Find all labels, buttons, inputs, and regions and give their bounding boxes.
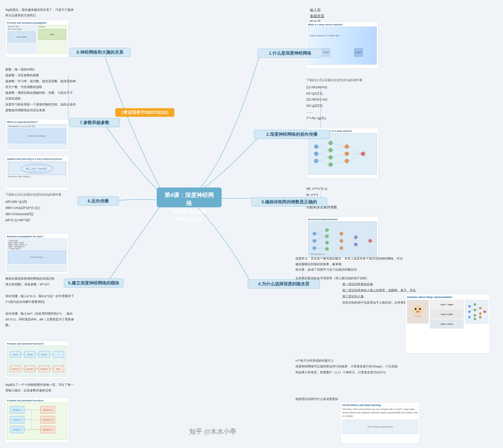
circuit-theory-label: 电路理论说明为什么多深度更好 (296, 397, 338, 401)
b2-formula: 下面的公式以后最好还是结合Ng的课件看 Z1=W1A0+b1 A1=g1(Z1)… (306, 78, 362, 121)
svg-point-43 (354, 235, 358, 239)
branch-1-label: 1.什么是深度神经网络 (258, 49, 322, 58)
svg-point-60 (474, 314, 476, 316)
author-text: （李治写作于03/07/2018） (119, 110, 171, 115)
svg-text:forward: forward (27, 354, 32, 355)
b7-card2: Applied deep learning is a very empirica… (5, 156, 68, 190)
svg-line-71 (482, 308, 484, 312)
circuit-card-text: Informally: There are functions you can … (342, 408, 418, 418)
b5-card2: Forward and backward functions Forward l… (5, 398, 68, 443)
svg-text:Forward l=L: Forward l=L (13, 429, 21, 431)
svg-point-12 (329, 141, 333, 145)
center-title-cn: 第4课：深度神经网络 (164, 192, 214, 206)
svg-point-35 (313, 246, 316, 250)
branch-5-label: 5.建立深度神经网络的模块 (64, 279, 123, 288)
b4-face-layers: 第一层识别简单的边缘 第二层识别具体的人脸上的器官，如眼睛、鼻子、耳朵 第三层识… (342, 281, 416, 306)
svg-text:forward: forward (13, 354, 18, 355)
svg-text:Forward l=2: Forward l=2 (13, 419, 21, 421)
svg-text:back L: back L (56, 368, 61, 370)
svg-line-27 (333, 147, 345, 150)
svg-point-42 (340, 246, 343, 250)
svg-text:Backward l=2: Backward l=2 (43, 419, 53, 421)
svg-text:Idea → Code → Experiment: Idea → Code → Experiment (26, 168, 46, 170)
b1-deep-nn-card: What is a deep neural network? logistic … (306, 22, 378, 68)
b7-card1-content: Hyperparams: α, β₁, β₂, n[1], n[2]... Hy… (7, 124, 67, 149)
b6-card-content: = Input da[l] dz[l] = da[l] * g'(z[l]) d… (7, 238, 67, 272)
watermark: 知乎 @木水小亭 (189, 427, 236, 436)
svg-point-38 (325, 241, 329, 245)
svg-point-59 (474, 309, 476, 311)
b1-card-image: logistic regression | 1 hidden layer 2 h… (308, 27, 377, 65)
svg-point-64 (479, 316, 482, 318)
svg-line-29 (333, 161, 345, 165)
b3-card-image: W^(l-1)*a^(l-1) + b (308, 221, 377, 257)
svg-point-53 (419, 308, 421, 310)
b5-card2-content: Forward l=1 Forward l=2 Forward l=L Back… (7, 403, 67, 440)
svg-point-45 (368, 239, 372, 243)
svg-text:Backward l=1: Backward l=1 (43, 409, 53, 411)
intuition-face-img (407, 300, 429, 323)
svg-text:backward: backward (26, 368, 33, 370)
svg-line-69 (476, 308, 479, 310)
svg-point-37 (325, 234, 329, 238)
svg-point-44 (354, 243, 358, 246)
svg-point-33 (313, 232, 316, 235)
intuition-card: Intuition about deep representation Laye… (405, 294, 490, 353)
svg-point-16 (345, 144, 349, 149)
svg-point-41 (340, 239, 343, 243)
svg-point-62 (479, 307, 482, 309)
svg-line-47 (316, 234, 325, 236)
branch-7-label: 7.参数和超参数 (69, 118, 120, 127)
svg-line-21 (318, 147, 329, 150)
center-title-en: Deep Neural Networks (173, 208, 206, 223)
svg-line-72 (482, 312, 484, 314)
svg-point-55 (468, 305, 471, 308)
center-node: 第4课：深度神经网络 Deep Neural Networks (157, 187, 221, 207)
svg-line-70 (476, 314, 479, 315)
svg-point-52 (415, 308, 417, 310)
svg-point-9 (314, 144, 318, 149)
svg-point-13 (329, 148, 333, 152)
svg-line-32 (349, 154, 361, 161)
svg-line-23 (318, 154, 329, 157)
svg-text:backward: backward (41, 368, 48, 370)
branch-4-label: 4.为什么选择深度的隐含层 (248, 280, 320, 288)
svg-line-24 (318, 157, 329, 161)
svg-point-54 (416, 311, 419, 313)
b7-params-text: 参数：每一层的W和b 超参数：决定参数的参数 超参数：学习率、迭代数、隐含层层数… (5, 67, 78, 113)
svg-point-10 (314, 152, 318, 156)
svg-point-18 (345, 159, 349, 163)
svg-point-58 (474, 303, 476, 306)
svg-point-36 (325, 228, 329, 232)
svg-line-26 (333, 143, 345, 147)
svg-line-49 (316, 248, 325, 249)
svg-line-20 (318, 143, 329, 147)
intuition-network-img (465, 300, 488, 323)
svg-line-68 (471, 315, 474, 317)
svg-point-14 (329, 155, 333, 160)
b7-card2-content: Idea → Code → Experiment Experiment, Bia… (7, 161, 67, 187)
b8-card-left: W^(l-1)T * dz^l dz^l = dA^l * g'(z^l) ne… (7, 25, 36, 54)
svg-point-39 (325, 247, 329, 251)
svg-text:Forward l=1: Forward l=1 (13, 409, 21, 411)
intuition-title: Intuition about deep representation (407, 296, 488, 299)
b7-card1: What are hyperparameters? Hyperparams: α… (5, 119, 68, 151)
svg-point-11 (314, 159, 318, 163)
svg-line-30 (349, 147, 361, 154)
svg-text:L: L (58, 354, 59, 355)
svg-line-46 (316, 230, 325, 234)
svg-line-67 (471, 310, 474, 312)
svg-line-22 (318, 150, 329, 154)
svg-point-15 (329, 163, 333, 167)
svg-point-56 (468, 310, 471, 313)
branch-2-label: 2.深度神经网络的前向传播 (254, 130, 330, 139)
svg-point-19 (361, 152, 365, 156)
svg-text:forward: forward (41, 354, 47, 355)
b4-intro-text: 深度学习，其实是个被包装的概念，本质上就是有多个隐含层的神经网络，不过确实能够达… (296, 256, 404, 273)
b5-card1-content: forward forward forward L backward backw… (7, 346, 67, 376)
branch-3-label: 3.确保你矩阵的维数是正确的 (251, 198, 327, 206)
svg-point-34 (313, 239, 316, 243)
svg-text:Backward l=L: Backward l=L (43, 429, 53, 431)
branch-6-label: 6.反向传播 (78, 197, 119, 205)
svg-point-40 (340, 232, 343, 235)
